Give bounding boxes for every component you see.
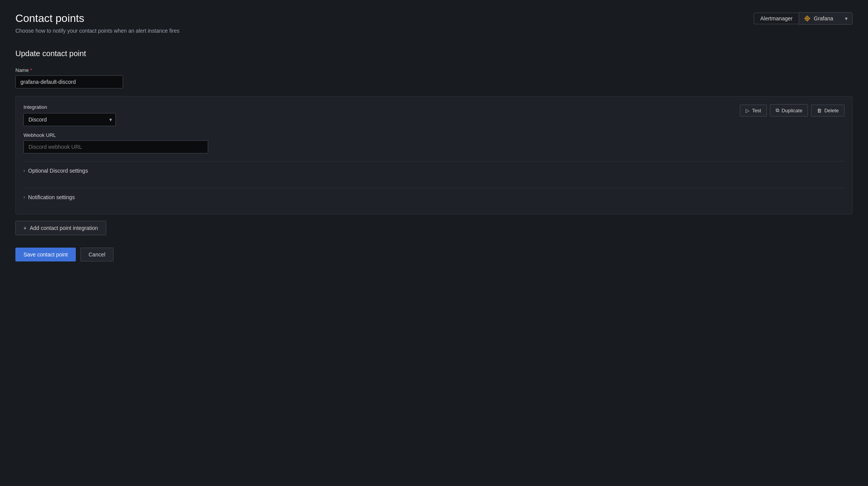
- alertmanager-tab[interactable]: Alertmanager: [754, 13, 799, 24]
- integration-card-header: Integration Discord Email Slack PagerDut…: [23, 104, 845, 126]
- integration-label: Integration: [23, 104, 116, 110]
- update-contact-point-section: Update contact point Name * Integration …: [15, 49, 853, 261]
- notification-settings-toggle[interactable]: › Notification settings: [23, 193, 845, 202]
- page-title: Contact points: [15, 12, 179, 25]
- delete-button[interactable]: 🗑 Delete: [811, 105, 845, 117]
- test-icon: ▷: [746, 108, 749, 113]
- page-header: Contact points Choose how to notify your…: [15, 12, 853, 34]
- delete-label: Delete: [824, 108, 839, 113]
- page-subtitle: Choose how to notify your contact points…: [15, 28, 179, 34]
- optional-discord-toggle[interactable]: › Optional Discord settings: [23, 166, 845, 175]
- notification-settings-chevron-icon: ›: [23, 195, 25, 200]
- test-label: Test: [752, 108, 761, 113]
- add-integration-label: Add contact point integration: [30, 225, 98, 231]
- optional-discord-label: Optional Discord settings: [28, 168, 88, 174]
- notification-settings-label: Notification settings: [28, 194, 75, 200]
- webhook-url-label: Webhook URL: [23, 132, 845, 138]
- integration-left: Integration Discord Email Slack PagerDut…: [23, 104, 116, 126]
- integration-select[interactable]: Discord Email Slack PagerDuty OpsGenie: [23, 113, 116, 126]
- notification-settings-section: › Notification settings: [23, 188, 845, 206]
- grafana-icon: [804, 15, 811, 22]
- chevron-down-icon: ▾: [845, 15, 848, 22]
- footer-actions: Save contact point Cancel: [15, 248, 853, 261]
- grafana-label: Grafana: [814, 15, 833, 22]
- integration-select-wrapper: Discord Email Slack PagerDuty OpsGenie ▾: [23, 113, 116, 126]
- name-label: Name *: [15, 67, 853, 73]
- optional-discord-chevron-icon: ›: [23, 168, 25, 173]
- name-input[interactable]: [15, 75, 123, 88]
- optional-discord-section: › Optional Discord settings: [23, 161, 845, 180]
- add-integration-button[interactable]: + Add contact point integration: [15, 221, 106, 235]
- required-indicator: *: [30, 67, 32, 73]
- duplicate-icon: ⧉: [776, 107, 779, 113]
- save-contact-point-button[interactable]: Save contact point: [15, 248, 76, 261]
- svg-point-2: [806, 18, 808, 19]
- webhook-url-input[interactable]: [23, 140, 208, 153]
- test-button[interactable]: ▷ Test: [740, 105, 767, 117]
- name-field-group: Name *: [15, 67, 853, 88]
- integration-card: Integration Discord Email Slack PagerDut…: [15, 96, 853, 215]
- cancel-button[interactable]: Cancel: [80, 248, 114, 261]
- webhook-section: Webhook URL: [23, 132, 845, 153]
- header-right: Alertmanager Grafana ▾: [754, 12, 853, 25]
- duplicate-button[interactable]: ⧉ Duplicate: [770, 104, 808, 117]
- card-actions: ▷ Test ⧉ Duplicate 🗑 Delete: [740, 104, 845, 117]
- grafana-dropdown[interactable]: Grafana ▾: [799, 12, 853, 25]
- duplicate-label: Duplicate: [781, 108, 802, 113]
- section-title: Update contact point: [15, 49, 853, 58]
- delete-icon: 🗑: [817, 108, 822, 113]
- add-icon: +: [23, 225, 27, 231]
- header-left: Contact points Choose how to notify your…: [15, 12, 179, 34]
